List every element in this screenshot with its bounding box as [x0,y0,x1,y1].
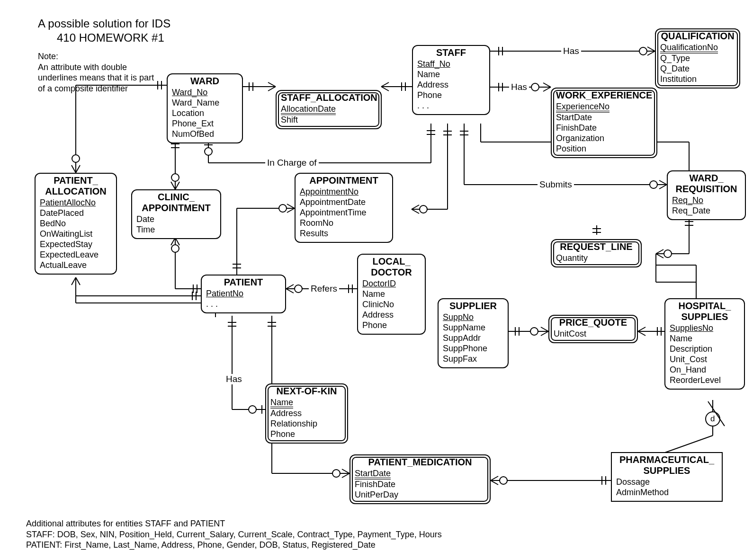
entity-title: PATIENT [206,277,281,288]
entity-work-experience: WORK_EXPERIENCEExperienceNoStartDateFini… [551,88,657,158]
entity-attribute: FinishDate [556,123,652,133]
entity-request-line: REQUEST_LINEQuantity [551,239,642,267]
entity-attribute: Q_Date [660,64,735,74]
entity-title: PATIENT_MEDICATION [355,457,485,468]
entity-attribute: Phone [270,429,343,440]
entity-attribute: Name [417,70,485,80]
entity-hospital-supplies: HOSPITAL_SUPPLIESSuppliesNoNameDescripti… [664,298,745,390]
entity-attribute: Name [270,398,343,409]
entity-title: STAFF_ALLOCATION [281,92,376,103]
entity-attribute: Q_Type [660,53,735,64]
entity-attribute: Address [417,80,485,90]
entity-attribute: Organization [556,133,652,144]
rel-has-next-of-kin: Has [224,374,244,384]
entity-title: SUPPLIER [443,301,503,311]
entity-attribute: ActualLeave [40,260,112,271]
entity-attribute: Unit_Cost [670,355,740,365]
entity-patient-allocation: PATIENT_ALLOCATIONPatientAllocNoDatePlac… [35,173,117,275]
entity-title: REQUEST_LINE [556,241,636,252]
entity-attribute: SuppPhone [443,344,503,354]
entity-attribute: DoctorID [362,279,421,289]
entity-title: PHARMACEUTICAL_SUPPLIES [616,454,717,476]
additional-attributes-footer: Additional attributes for entities STAFF… [26,518,442,551]
entity-attribute: Date [136,214,216,225]
entity-attribute: On_Hand [670,365,740,375]
entity-attribute: ExpectedLeave [40,250,112,260]
entity-attribute: AppointmentTime [300,208,388,218]
entity-attribute: AdminMethod [616,488,717,498]
entity-attribute: Req_Date [672,206,741,216]
entity-attribute: UnitCost [554,329,633,339]
entity-attribute: Location [172,108,238,119]
entity-pharmaceutical-supplies: PHARMACEUTICAL_SUPPLIESDossageAdminMetho… [611,452,723,502]
entity-local-doctor: LOCAL_DOCTORDoctorIDNameClinicNoAddressP… [357,254,426,335]
entity-attribute: SuppNo [443,312,503,323]
entity-price-quote: PRICE_QUOTEUnitCost [548,315,638,343]
entity-attribute: AllocationDate [281,104,376,115]
entity-title: APPOINTMENT [300,175,388,186]
entity-attribute: Req_No [672,196,741,206]
entity-attribute: StartDate [556,113,652,123]
entity-attribute: AppointmentNo [300,187,388,197]
entity-attribute: Institution [660,74,735,85]
entity-staff: STAFFStaff_NoNameAddressPhone. . . [412,45,490,115]
page-title: A possible solution for IDS 410 HOMEWORK… [38,17,170,45]
entity-patient-medication: PATIENT_MEDICATIONStartDateFinishDateUni… [350,454,491,504]
entity-attribute: Ward_No [172,88,238,98]
entity-attribute: Quantity [556,253,636,264]
entity-attribute: AppointmentDate [300,197,388,208]
entity-attribute: UnitPerDay [355,490,485,500]
entity-attribute: Phone [362,320,421,331]
entity-attribute: Results [300,229,388,239]
entity-attribute: ReorderLevel [670,375,740,386]
entity-qualification: QUALIFICATIONQualificationNoQ_TypeQ_Date… [655,28,740,89]
entity-supplier: SUPPLIERSuppNoSuppNameSuppAddrSuppPhoneS… [438,298,509,368]
entity-attribute: ClinicNo [362,300,421,310]
entity-attribute: OnWaitingList [40,229,112,240]
entity-attribute: Name [670,334,740,344]
entity-title: WARD [172,76,238,87]
entity-title: LOCAL_DOCTOR [362,256,421,278]
entity-attribute: Position [556,144,652,154]
entity-title: HOSPITAL_SUPPLIES [670,301,740,322]
entity-attribute: PatientAllocNo [40,198,112,208]
entity-title: WORK_EXPERIENCE [556,90,652,101]
entity-attribute: ExpectedStay [40,240,112,250]
entity-attribute: SuppAddr [443,333,503,344]
composite-identifier-note: Note: An attribute with double underline… [38,51,154,94]
disjoint-d: d [710,414,715,424]
rel-has-work-experience: Has [509,82,529,92]
entity-attribute: SuppliesNo [670,323,740,334]
rel-in-charge-of: In Charge of [265,158,319,168]
entity-attribute: Time [136,225,216,235]
entity-title: STAFF [417,47,485,58]
entity-attribute: NumOfBed [172,129,238,140]
rel-refers: Refers [309,284,339,294]
rel-has-qualification: Has [561,46,581,56]
entity-attribute: Phone_Ext [172,119,238,129]
entity-attribute: DatePlaced [40,208,112,219]
entity-attribute: QualificationNo [660,43,735,53]
entity-attribute: PatientNo [206,289,281,299]
entity-attribute: ExperienceNo [556,102,652,113]
entity-attribute: BedNo [40,219,112,229]
entity-attribute: Dossage [616,477,717,488]
entity-ward: WARDWard_NoWard_NameLocationPhone_ExtNum… [167,73,243,143]
entity-clinic-appointment: CLINIC_APPOINTMENTDateTime [131,189,221,239]
entity-attribute: FinishDate [355,480,485,490]
entity-title: CLINIC_APPOINTMENT [136,192,216,213]
entity-attribute: RoomNo [300,218,388,229]
entity-attribute: Address [362,310,421,320]
entity-attribute: Ward_Name [172,98,238,108]
entity-staff-allocation: STAFF_ALLOCATIONAllocationDateShift [276,90,382,129]
entity-title: PRICE_QUOTE [554,317,633,328]
entity-attribute: Shift [281,115,376,125]
entity-attribute: Description [670,344,740,355]
entity-appointment: APPOINTMENTAppointmentNoAppointmentDateA… [295,173,393,243]
entity-title: WARD_REQUISITION [672,173,741,195]
entity-attribute: . . . [417,101,485,111]
entity-title: PATIENT_ALLOCATION [40,175,112,197]
entity-next-of-kin: NEXT-OF-KINNameAddressRelationshipPhone [265,383,348,444]
entity-title: QUALIFICATION [660,31,735,42]
entity-attribute: Address [270,409,343,419]
